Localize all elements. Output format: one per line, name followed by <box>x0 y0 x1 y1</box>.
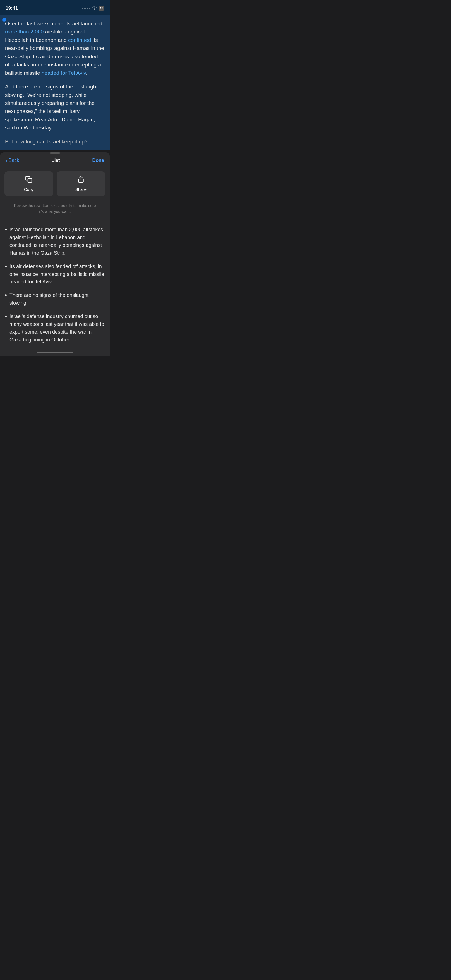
status-time: 19:41 <box>6 6 18 11</box>
status-bar: 19:41 52 <box>0 0 110 15</box>
list-item: There are no signs of the onslaught slow… <box>5 291 105 307</box>
copy-label: Copy <box>24 187 34 192</box>
bullet-text-4: Israel's defense industry churned out so… <box>10 313 105 344</box>
article-link-headed-for-tel-aviv[interactable]: headed for Tel Aviv <box>41 70 86 76</box>
bullet-text-3: There are no signs of the onslaught slow… <box>10 291 105 307</box>
signal-dots-icon <box>82 8 90 9</box>
share-button[interactable]: Share <box>57 171 105 196</box>
list-item: Israel's defense industry churned out so… <box>5 313 105 344</box>
article-paragraph-3-partial: But how long can Israel keep it up? <box>5 138 105 146</box>
share-label: Share <box>75 187 86 192</box>
done-button[interactable]: Done <box>92 158 104 163</box>
selection-handle <box>2 18 6 22</box>
wifi-icon <box>92 6 97 10</box>
article-paragraph-1: Over the last week alone, Israel launche… <box>5 19 105 77</box>
article-paragraph-2: And there are no signs of the onslaught … <box>5 83 105 132</box>
back-label: Back <box>9 158 19 163</box>
bullet-dot <box>5 294 7 296</box>
home-bar <box>37 352 73 353</box>
article-link-more-than-2000[interactable]: more than 2,000 <box>5 29 43 35</box>
article-text-before-link1: Over the last week alone, Israel launche… <box>5 21 102 27</box>
battery-level: 52 <box>100 7 103 10</box>
nav-title: List <box>51 158 60 163</box>
action-buttons-row: Copy Share <box>0 167 110 199</box>
bullet-list: Israel launched more than 2,000 airstrik… <box>0 220 110 350</box>
share-icon <box>77 176 84 185</box>
bullet-dot <box>5 315 7 317</box>
svg-rect-0 <box>28 178 32 183</box>
status-icons: 52 <box>82 6 104 11</box>
article-content: Over the last week alone, Israel launche… <box>0 15 110 150</box>
instruction-text: Review the rewritten text carefully to m… <box>0 199 110 220</box>
bullet-dot <box>5 229 7 231</box>
battery-indicator: 52 <box>99 6 104 11</box>
back-button[interactable]: ‹ Back <box>6 158 19 163</box>
bullet-text-1: Israel launched more than 2,000 airstrik… <box>10 226 105 257</box>
bullet-text-2: Its air defenses also fended off attacks… <box>10 263 105 286</box>
list-item: Israel launched more than 2,000 airstrik… <box>5 226 105 257</box>
copy-icon <box>25 176 32 185</box>
drag-handle[interactable] <box>50 152 60 154</box>
home-indicator <box>0 350 110 356</box>
list-item: Its air defenses also fended off attacks… <box>5 263 105 286</box>
back-chevron-icon: ‹ <box>6 158 8 163</box>
bottom-sheet: ‹ Back List Done Copy Sha <box>0 152 110 356</box>
article-link-continued[interactable]: continued <box>68 37 91 43</box>
copy-button[interactable]: Copy <box>5 171 53 196</box>
nav-bar: ‹ Back List Done <box>0 155 110 167</box>
article-text-end: . <box>86 70 87 76</box>
bullet-dot <box>5 266 7 267</box>
